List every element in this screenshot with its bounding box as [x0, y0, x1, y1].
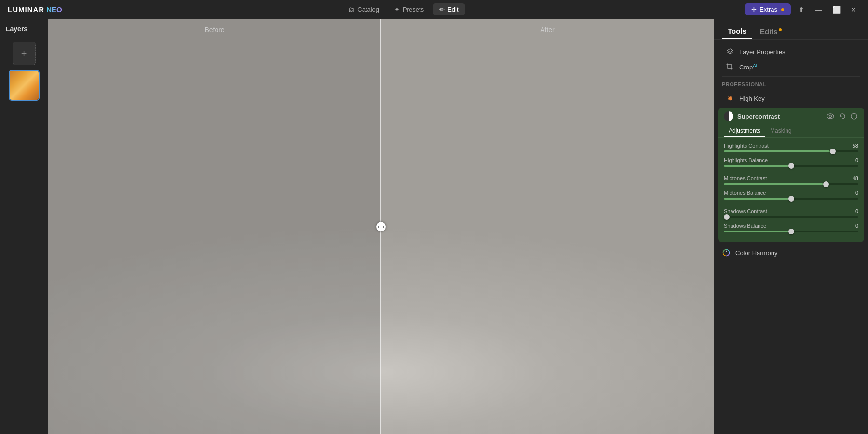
edit-label: Edit [448, 6, 458, 13]
highlights-contrast-label: Highlights Contrast [724, 143, 769, 149]
high-key-icon: ✸ [726, 94, 734, 103]
shadows-contrast-thumb[interactable] [724, 214, 730, 220]
shadows-balance-thumb[interactable] [788, 229, 794, 234]
main-layout: Layers + Before After ⟷ [0, 19, 868, 434]
extras-label: Extras [760, 6, 777, 13]
shadows-balance-fill [724, 231, 791, 232]
highlights-balance-thumb[interactable] [788, 163, 794, 169]
add-layer-button[interactable]: + [13, 42, 36, 65]
catalog-nav-btn[interactable]: 🗂 Catalog [341, 3, 386, 15]
photo-before [48, 19, 381, 434]
tab-edits-label: Edits [760, 27, 778, 36]
highlights-balance-label-row: Highlights Balance 0 [724, 157, 858, 163]
canvas-area: Before After ⟷ [48, 19, 714, 434]
shadows-balance-track[interactable] [724, 231, 858, 232]
highlights-contrast-track[interactable] [724, 150, 858, 152]
panel-content: Layer Properties CropAI Professional [714, 40, 868, 434]
share-button[interactable]: ⬆ [795, 3, 808, 16]
midtones-contrast-row: Midtones Contrast 48 [724, 176, 858, 185]
sc-sliders: Highlights Contrast 58 Highlights Balanc… [718, 138, 864, 242]
spacer-2 [724, 204, 858, 208]
supercontrast-name: Supercontrast [737, 113, 822, 120]
edit-nav-btn[interactable]: ✏ Edit [433, 3, 465, 15]
app-logo: LUMINAR NEO [8, 5, 62, 14]
highlights-balance-fill [724, 165, 791, 167]
supercontrast-panel: Supercontrast [718, 108, 864, 242]
highlights-contrast-fill [724, 150, 830, 152]
close-button[interactable]: ✕ [847, 3, 860, 16]
midtones-balance-row: Midtones Balance 0 [724, 190, 858, 200]
midtones-contrast-track[interactable] [724, 183, 858, 185]
high-key-section[interactable]: ✸ High Key [718, 91, 864, 106]
restore-button[interactable]: ⬜ [829, 3, 843, 16]
titlebar: LUMINAR NEO 🗂 Catalog ✦ Presets ✏ Edit ✛… [0, 0, 868, 19]
highlights-contrast-row: Highlights Contrast 58 [724, 143, 858, 152]
svg-point-0 [827, 114, 834, 119]
layer-thumbnail-image [10, 71, 39, 100]
extras-dot [781, 8, 784, 11]
tab-tools-label: Tools [728, 27, 746, 35]
shadows-balance-row: Shadows Balance 0 [724, 223, 858, 232]
midtones-balance-track[interactable] [724, 198, 858, 200]
shadows-balance-value: 0 [847, 223, 858, 229]
right-panel: Tools Edits Layer Properties [714, 19, 868, 434]
shadows-contrast-value: 0 [847, 208, 858, 214]
shadows-contrast-row: Shadows Contrast 0 [724, 208, 858, 218]
extras-button[interactable]: ✛ Extras [745, 3, 791, 15]
crop-ai-badge: AI [753, 63, 757, 68]
high-key-label: High Key [739, 95, 765, 102]
highlights-contrast-label-row: Highlights Contrast 58 [724, 143, 858, 149]
midtones-balance-thumb[interactable] [788, 196, 794, 202]
tab-tools[interactable]: Tools [722, 24, 752, 39]
subtab-adjustments[interactable]: Adjustments [724, 125, 765, 137]
minimize-button[interactable]: — [812, 3, 826, 16]
midtones-contrast-label-row: Midtones Contrast 48 [724, 176, 858, 181]
supercontrast-visibility-button[interactable] [826, 112, 835, 120]
supercontrast-icon [724, 111, 733, 121]
midtones-balance-label-row: Midtones Balance 0 [724, 190, 858, 196]
highlights-contrast-thumb[interactable] [830, 149, 836, 154]
crop-label: CropAI [739, 63, 757, 71]
edits-dot [779, 28, 782, 31]
presets-icon: ✦ [394, 6, 400, 13]
highlights-balance-label: Highlights Balance [724, 157, 768, 163]
color-harmony-section[interactable]: Color Harmony [714, 244, 868, 261]
shadows-balance-label-row: Shadows Balance 0 [724, 223, 858, 229]
subtab-masking[interactable]: Masking [765, 125, 797, 137]
layers-icon [726, 47, 734, 56]
midtones-contrast-label: Midtones Contrast [724, 176, 767, 181]
tab-edits[interactable]: Edits [754, 25, 787, 39]
presets-nav-btn[interactable]: ✦ Presets [388, 3, 431, 15]
crop-icon [726, 63, 734, 71]
crop-section[interactable]: CropAI [718, 60, 864, 74]
split-divider: ⟷ [380, 19, 381, 434]
svg-point-4 [854, 114, 854, 115]
supercontrast-info-button[interactable] [850, 112, 858, 121]
supercontrast-actions [826, 112, 858, 121]
titlebar-nav: 🗂 Catalog ✦ Presets ✏ Edit [341, 3, 465, 15]
catalog-label: Catalog [357, 6, 379, 13]
presets-label: Presets [403, 6, 424, 13]
split-handle-icon: ⟷ [378, 224, 384, 230]
section-divider-1 [722, 76, 860, 77]
highlights-balance-track[interactable] [724, 165, 858, 167]
highlights-contrast-value: 58 [847, 143, 858, 149]
split-handle[interactable]: ⟷ [376, 222, 386, 231]
photo-after [381, 19, 714, 434]
logo-neo: NEO [46, 5, 62, 14]
titlebar-right: ✛ Extras ⬆ — ⬜ ✕ [745, 3, 860, 16]
shadows-contrast-track[interactable] [724, 216, 858, 218]
logo-text: LUMINAR [8, 5, 44, 14]
layers-panel: Layers + [0, 19, 48, 434]
tools-tabs: Tools Edits [714, 19, 868, 40]
highlights-balance-row: Highlights Balance 0 [724, 157, 858, 167]
sun-icon: ✸ [727, 95, 733, 102]
shadows-contrast-label: Shadows Contrast [724, 208, 767, 214]
layer-properties-section[interactable]: Layer Properties [718, 44, 864, 59]
supercontrast-header: Supercontrast [718, 108, 864, 125]
sc-subtabs: Adjustments Masking [718, 125, 864, 138]
supercontrast-reset-button[interactable] [838, 112, 847, 121]
catalog-icon: 🗂 [348, 6, 354, 13]
midtones-contrast-thumb[interactable] [823, 181, 829, 187]
layer-thumbnail[interactable] [9, 70, 40, 101]
